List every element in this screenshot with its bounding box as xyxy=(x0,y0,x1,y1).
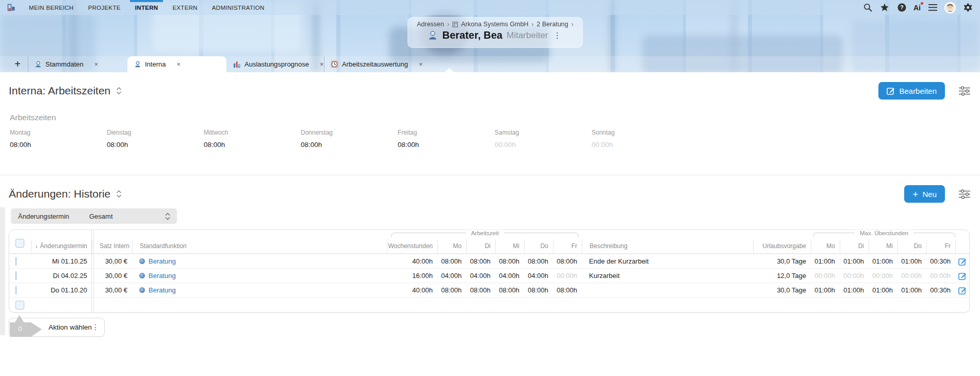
top-navigation-bar: MEIN BEREICH PROJEKTE INTERN EXTERN ADMI… xyxy=(0,0,980,15)
day-value: 08:00h xyxy=(398,141,495,149)
cell-max-di: 01:00h xyxy=(840,257,869,265)
day-label: Donnerstag xyxy=(301,129,398,136)
breadcrumb-company[interactable]: Arkona Systems GmbH xyxy=(461,21,529,28)
tab-auslastungsprognose[interactable]: Auslastungsprognose × xyxy=(226,56,324,72)
cell-max-mi: 01:00h xyxy=(869,286,897,294)
column-group-max-ueberstunden: Max. Überstunden xyxy=(813,233,955,237)
new-tab-button[interactable]: + xyxy=(7,56,28,72)
column-header-max-mo[interactable]: Mo xyxy=(811,239,840,253)
funktion-label: Beratung xyxy=(149,286,176,294)
help-icon[interactable]: ? xyxy=(896,3,907,13)
funktion-link[interactable]: Beratung xyxy=(139,272,387,280)
menu-icon[interactable] xyxy=(927,3,938,13)
day-value: 08:00h xyxy=(107,141,204,149)
cell-max-do: 01:00h xyxy=(897,257,926,265)
column-label: Mi xyxy=(513,242,519,250)
new-button[interactable]: + Neu xyxy=(904,185,945,203)
breadcrumb-adressen[interactable]: Adressen xyxy=(417,21,444,28)
row-edit-icon[interactable] xyxy=(955,272,970,280)
cell-mi: 04:00h xyxy=(495,272,524,280)
more-actions-icon[interactable]: ⋮ xyxy=(552,31,563,40)
column-header-di[interactable]: Di xyxy=(466,239,495,253)
column-header-max-fr[interactable]: Fr xyxy=(926,239,955,253)
search-icon[interactable] xyxy=(862,3,873,13)
breadcrumb-department[interactable]: 2 Beratung xyxy=(537,21,568,28)
empty-table-row xyxy=(9,297,969,312)
column-header-satz-intern[interactable]: Satz Intern xyxy=(92,239,132,253)
row-checkbox[interactable] xyxy=(15,286,17,295)
star-icon[interactable] xyxy=(879,3,890,13)
new-button-label: Neu xyxy=(922,190,937,199)
row-edit-icon[interactable] xyxy=(955,257,970,266)
bulk-action-bar[interactable]: 0 Aktion wählen ⋮ xyxy=(9,318,105,337)
day-label: Dienstag xyxy=(107,129,204,136)
column-header-urlaubsvorgabe[interactable]: Urlaubsvorgabe xyxy=(753,239,811,253)
nav-item-intern[interactable]: INTERN xyxy=(128,0,166,15)
close-icon[interactable]: × xyxy=(419,60,423,68)
day-value: 08:00h xyxy=(204,141,301,149)
cell-satz-intern: 30,00 € xyxy=(92,272,132,280)
close-icon[interactable]: × xyxy=(320,60,324,68)
close-icon[interactable]: × xyxy=(94,60,99,68)
funktion-link[interactable]: Beratung xyxy=(139,257,387,265)
close-icon[interactable]: × xyxy=(176,60,181,68)
selected-count: 0 xyxy=(10,325,30,337)
nav-item-administration[interactable]: ADMINISTRATION xyxy=(205,0,272,15)
column-header-max-mi[interactable]: Mi xyxy=(869,239,897,253)
cell-di: 04:00h xyxy=(466,272,495,280)
tab-stammdaten[interactable]: Stammdaten × xyxy=(28,56,127,72)
row-checkbox-cell xyxy=(9,286,31,294)
cell-max-mi: 01:00h xyxy=(869,257,897,265)
nav-item-mein-bereich[interactable]: MEIN BEREICH xyxy=(22,0,81,15)
day-label: Samstag xyxy=(495,129,592,136)
table-row[interactable]: Mi 01.10.25 30,00 € Beratung 40:00h 08:0… xyxy=(9,254,969,268)
main-menu: MEIN BEREICH PROJEKTE INTERN EXTERN ADMI… xyxy=(22,0,272,15)
table-row[interactable]: Di 04.02.25 30,00 € Beratung 16:00h 04:0… xyxy=(9,268,969,283)
row-checkbox[interactable] xyxy=(15,301,24,309)
ai-assistant-icon[interactable]: Ai xyxy=(913,4,921,12)
header-background: MEIN BEREICH PROJEKTE INTERN EXTERN ADMI… xyxy=(0,0,980,72)
tab-label: Arbeitszeitauswertung xyxy=(342,60,408,68)
collapsed-side-panel[interactable] xyxy=(0,207,5,335)
table-row[interactable]: Do 01.10.20 30,00 € Beratung 40:00h 08:0… xyxy=(9,283,969,297)
user-avatar[interactable] xyxy=(944,2,956,13)
view-selector-icon[interactable] xyxy=(116,86,122,95)
column-header-max-di[interactable]: Di xyxy=(840,239,869,253)
row-edit-icon[interactable] xyxy=(955,286,970,295)
column-header-aenderungstermin[interactable]: ↓Änderungstermin xyxy=(31,239,92,253)
column-header-mo[interactable]: Mo xyxy=(437,239,466,253)
column-label: Do xyxy=(914,242,922,250)
role-dot-icon xyxy=(139,287,145,293)
column-label: Di xyxy=(858,242,864,250)
nav-item-extern[interactable]: EXTERN xyxy=(165,0,204,15)
cell-max-fr: 00:30h xyxy=(926,286,955,294)
view-selector-icon[interactable] xyxy=(116,189,122,199)
select-all-checkbox[interactable] xyxy=(15,239,24,248)
settings-gear-icon[interactable] xyxy=(962,3,973,13)
dropdown-chevrons-icon xyxy=(165,212,171,221)
column-header-do[interactable]: Do xyxy=(524,239,553,253)
column-header-mi[interactable]: Mi xyxy=(495,239,524,253)
column-header-fr[interactable]: Fr xyxy=(553,239,582,253)
day-label: Mittwoch xyxy=(204,129,301,136)
column-header-wochenstunden[interactable]: Wochenstunden xyxy=(387,239,437,253)
chevron-right-icon: › xyxy=(571,21,574,28)
column-header-standardfunktion[interactable]: Standardfunktion xyxy=(132,239,387,253)
column-header-max-do[interactable]: Do xyxy=(897,239,926,253)
funktion-label: Beratung xyxy=(149,272,176,280)
app-logo-icon[interactable] xyxy=(7,4,15,12)
tab-interna[interactable]: Interna × xyxy=(127,56,226,72)
column-header-beschreibung[interactable]: Beschreibung xyxy=(582,239,753,253)
edit-button[interactable]: Bearbeiten xyxy=(878,82,945,100)
funktion-link[interactable]: Beratung xyxy=(139,286,387,294)
table-settings-icon[interactable] xyxy=(958,86,971,96)
cell-max-mo: 01:00h xyxy=(811,257,840,265)
action-select-label[interactable]: Aktion wählen xyxy=(48,323,92,331)
row-checkbox[interactable] xyxy=(15,257,17,266)
nav-item-projekte[interactable]: PROJEKTE xyxy=(81,0,128,15)
action-menu-icon[interactable]: ⋮ xyxy=(92,324,99,331)
filter-dropdown[interactable]: Änderungstermin Gesamt xyxy=(11,208,177,224)
row-checkbox[interactable] xyxy=(15,271,17,280)
tab-arbeitszeitauswertung[interactable]: Arbeitszeitauswertung × xyxy=(324,56,422,72)
table-settings-icon[interactable] xyxy=(958,189,971,199)
